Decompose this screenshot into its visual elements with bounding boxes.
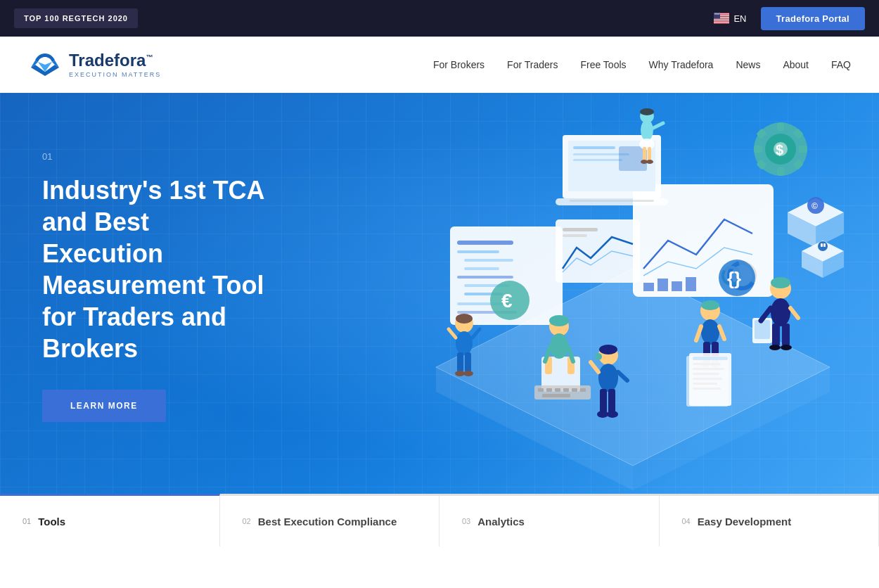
svg-rect-39: [464, 284, 510, 287]
learn-more-button[interactable]: LEARN MORE: [42, 390, 166, 422]
svg-point-55: [640, 108, 654, 115]
tab-analytics[interactable]: 03 Analytics: [440, 496, 660, 547]
tab-best-execution[interactable]: 02 Best Execution Compliance: [220, 496, 440, 547]
svg-rect-70: [756, 128, 767, 139]
svg-point-63: [754, 122, 807, 176]
svg-rect-48: [573, 146, 615, 149]
svg-point-81: [549, 317, 569, 336]
svg-rect-71: [793, 128, 804, 139]
svg-rect-85: [567, 357, 575, 374]
portal-button[interactable]: Tradefora Portal: [761, 7, 866, 30]
svg-rect-148: [821, 243, 823, 247]
nav-for-brokers[interactable]: For Brokers: [433, 59, 485, 70]
nav-free-tools[interactable]: Free Tools: [580, 59, 626, 70]
svg-point-96: [700, 301, 720, 321]
svg-point-104: [710, 362, 720, 367]
svg-rect-138: [693, 368, 724, 370]
svg-rect-28: [686, 277, 696, 291]
svg-rect-25: [643, 283, 654, 291]
svg-rect-121: [608, 389, 615, 413]
svg-marker-146: [823, 251, 844, 278]
hero-title: Industry's 1st TCA and Best Execution Me…: [42, 174, 267, 364]
svg-rect-95: [542, 394, 570, 397]
svg-line-112: [761, 308, 771, 321]
svg-rect-67: [777, 167, 784, 176]
svg-marker-144: [802, 241, 844, 262]
svg-rect-110: [772, 324, 780, 346]
svg-marker-22: [436, 367, 633, 490]
svg-marker-76: [788, 212, 816, 248]
svg-text:©: ©: [811, 201, 818, 211]
bottom-tabs: 01 Tools 02 Best Execution Compliance 03…: [0, 494, 879, 547]
svg-line-131: [449, 329, 456, 338]
svg-rect-26: [657, 279, 668, 291]
svg-rect-35: [457, 250, 499, 253]
svg-rect-5: [714, 20, 729, 21]
svg-point-83: [550, 333, 568, 359]
svg-rect-69: [799, 146, 807, 153]
top-bar: TOP 100 REGTECH 2020: [0, 0, 879, 37]
tab-easy-development-number: 04: [682, 517, 691, 525]
flag-icon: [714, 13, 729, 24]
svg-rect-137: [693, 363, 721, 365]
tab-easy-development[interactable]: 04 Easy Development: [660, 496, 880, 547]
svg-rect-72: [756, 159, 767, 170]
svg-rect-50: [573, 159, 622, 161]
svg-point-152: [719, 260, 755, 296]
svg-point-103: [700, 362, 710, 367]
svg-point-127: [456, 314, 473, 324]
logo-name: Tradefora™: [69, 51, 161, 70]
svg-point-8: [714, 13, 715, 14]
regtech-badge: TOP 100 REGTECH 2020: [14, 8, 138, 28]
svg-rect-80: [541, 357, 580, 392]
nav-faq[interactable]: FAQ: [831, 59, 851, 70]
svg-rect-149: [823, 243, 826, 247]
svg-rect-90: [546, 388, 552, 392]
svg-marker-21: [436, 269, 830, 466]
svg-rect-88: [534, 385, 591, 400]
svg-point-65: [774, 142, 788, 156]
svg-rect-42: [457, 311, 517, 314]
svg-point-11: [717, 13, 718, 14]
svg-rect-58: [643, 147, 646, 161]
svg-rect-40: [464, 293, 503, 295]
tab-best-execution-label: Best Execution Compliance: [258, 516, 397, 528]
svg-rect-45: [563, 234, 587, 237]
svg-line-113: [790, 308, 798, 318]
tab-best-execution-number: 02: [243, 517, 251, 525]
svg-rect-47: [568, 141, 655, 191]
svg-point-126: [455, 314, 473, 333]
tab-easy-development-label: Easy Development: [698, 516, 791, 528]
svg-point-61: [641, 160, 648, 164]
svg-rect-111: [782, 324, 790, 346]
svg-rect-129: [457, 352, 463, 372]
svg-rect-100: [712, 342, 719, 363]
svg-rect-34: [457, 241, 513, 245]
nav-for-traders[interactable]: For Traders: [507, 59, 558, 70]
logo[interactable]: Tradefora™ EXECUTION MATTERS: [28, 48, 161, 82]
svg-rect-27: [672, 281, 682, 291]
svg-point-18: [717, 14, 718, 15]
top-bar-right: EN Tradefora Portal: [714, 7, 865, 30]
svg-rect-143: [686, 356, 729, 407]
svg-rect-105: [752, 318, 772, 343]
logo-tagline: EXECUTION MATTERS: [69, 71, 161, 78]
tab-tools[interactable]: 01 Tools: [0, 494, 220, 547]
svg-point-133: [455, 371, 465, 376]
svg-rect-36: [464, 259, 513, 262]
nav-about[interactable]: About: [783, 59, 809, 70]
svg-point-134: [463, 371, 473, 376]
svg-rect-136: [693, 357, 728, 360]
logo-icon: [28, 48, 62, 82]
svg-rect-92: [563, 388, 569, 392]
svg-point-117: [599, 345, 617, 354]
nav-why-tradefora[interactable]: Why Tradefora: [649, 59, 714, 70]
svg-rect-59: [648, 147, 651, 161]
svg-rect-73: [793, 159, 804, 170]
language-selector[interactable]: EN: [714, 13, 746, 24]
svg-marker-23: [633, 367, 830, 490]
svg-rect-135: [689, 353, 731, 406]
svg-point-107: [770, 278, 791, 299]
nav-news[interactable]: News: [736, 59, 760, 70]
svg-point-14: [719, 13, 720, 14]
